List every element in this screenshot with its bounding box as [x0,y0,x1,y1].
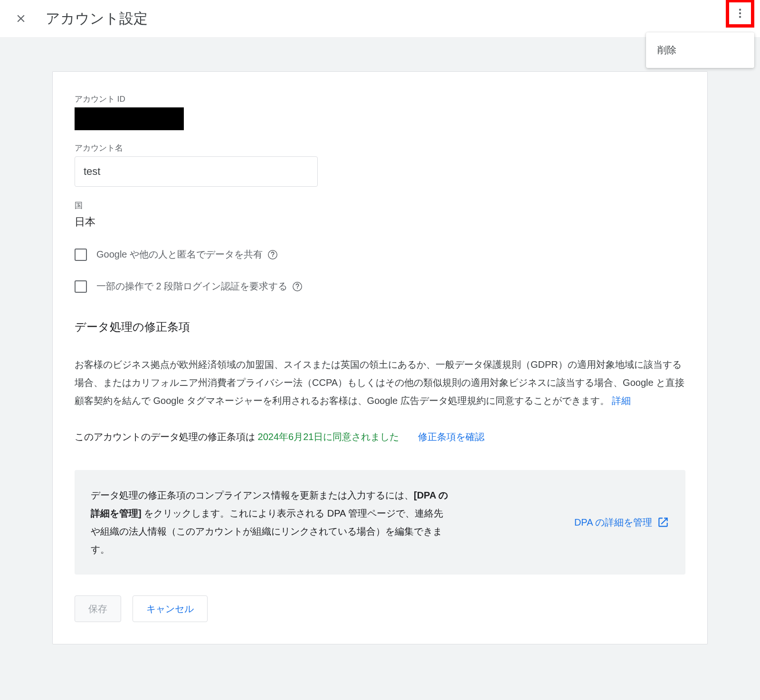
anon-share-label: Google や他の人と匿名でデータを共有 [96,248,263,261]
account-name-input[interactable] [75,156,318,187]
cancel-button[interactable]: キャンセル [133,595,208,622]
dpa-agree-date: 2024年6月21日に同意されました [258,432,399,442]
account-name-label: アカウント名 [75,143,685,153]
account-id-value-redacted [75,107,184,130]
country-label: 国 [75,200,685,211]
save-button: 保存 [75,595,121,622]
dpa-info-box: データ処理の修正条項のコンプライアンス情報を更新または入力するには、[DPA の… [75,470,685,575]
two-step-checkbox[interactable] [75,280,87,293]
dialog-title: アカウント設定 [46,9,148,29]
menu-item-delete[interactable]: 削除 [646,37,754,63]
two-step-label: 一部の操作で 2 段階ログイン認証を要求する [96,280,287,293]
close-button[interactable] [10,7,32,30]
help-icon[interactable] [292,281,303,292]
more-menu-dropdown: 削除 [646,32,754,68]
svg-point-0 [739,9,741,10]
anon-share-checkbox[interactable] [75,249,87,261]
settings-card: アカウント ID アカウント名 国 日本 Google や他の人と匿名でデータを… [52,71,708,644]
dpa-confirm-link[interactable]: 修正条項を確認 [418,432,484,442]
account-id-label: アカウント ID [75,94,685,105]
svg-point-1 [739,12,741,14]
more-menu-button[interactable] [726,0,754,28]
open-in-new-icon [657,516,669,528]
svg-point-2 [739,16,741,18]
help-icon[interactable] [267,249,278,260]
dpa-agreement-row: このアカウントのデータ処理の修正条項は 2024年6月21日に同意されました 修… [75,431,685,443]
dpa-heading: データ処理の修正条項 [75,319,685,335]
dpa-details-link[interactable]: 詳細 [612,395,631,406]
more-vert-icon [734,7,746,19]
dpa-info-text: データ処理の修正条項のコンプライアンス情報を更新または入力するには、[DPA の… [91,486,452,558]
close-icon [15,12,27,25]
dpa-body: お客様のビジネス拠点が欧州経済領域の加盟国、スイスまたは英国の領土にあるか、一般… [75,355,685,410]
dpa-manage-link[interactable]: DPA の詳細を管理 [574,516,669,529]
dialog-header: アカウント設定 削除 [0,0,760,37]
country-value: 日本 [75,215,685,229]
